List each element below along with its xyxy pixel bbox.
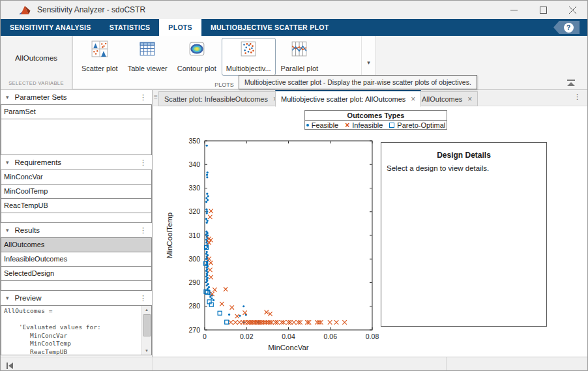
legend: Outcomes Types Feasible × Infeasible Par…	[304, 110, 447, 130]
selected-variable-label: SELECTED VARIABLE	[1, 80, 72, 86]
scatter-plot[interactable]: 00.020.040.060.0827028029030031032033034…	[159, 130, 384, 355]
chevron-down-icon[interactable]: ▾	[6, 295, 9, 301]
tab-bar-menu-icon[interactable]: ⋮	[574, 93, 581, 101]
doc-tab-scatter-infeasible[interactable]: Scatter plot: InfeasibleOutcomes ×	[158, 91, 284, 106]
pareto-marker-icon	[389, 123, 394, 128]
legend-entry-infeasible: × Infeasible	[345, 121, 383, 129]
table-viewer-button[interactable]: Table viewer	[123, 38, 172, 76]
svg-text:310: 310	[188, 231, 200, 239]
svg-text:0.08: 0.08	[366, 333, 379, 340]
preview-panel: AllOutcomes = 'Evaluated values for: Min…	[1, 305, 152, 355]
svg-text:0: 0	[203, 333, 207, 340]
scroll-up-icon[interactable]: ▲	[142, 308, 151, 312]
feasible-marker-icon	[306, 124, 309, 126]
chevron-down-icon: ▾	[367, 59, 370, 66]
collapse-toolstrip-button[interactable]	[566, 78, 576, 89]
svg-text:350: 350	[188, 137, 200, 145]
tab-multiobjective-scatter-plot[interactable]: MULTIOBJECTIVE SCATTER PLOT	[201, 19, 338, 36]
selected-variable-box: AllOutcomes SELECTED VARIABLE	[1, 36, 72, 89]
table-viewer-label: Table viewer	[128, 65, 168, 72]
tab-statistics[interactable]: STATISTICS	[100, 19, 160, 36]
ribbon-tab-bar: SENSITIVITY ANALYSIS STATISTICS PLOTS MU…	[1, 19, 587, 36]
list-item-selecteddesign[interactable]: SelectedDesign	[1, 267, 151, 281]
doc-tab-label: Multiobjective scatter plot: AllOutcomes	[281, 95, 405, 103]
tab-plots[interactable]: PLOTS	[159, 19, 201, 36]
list-item-alloutcomes[interactable]: AllOutcomes	[1, 238, 151, 252]
preview-text: AllOutcomes = 'Evaluated values for: Min…	[4, 307, 149, 355]
svg-text:340: 340	[188, 160, 200, 168]
section-header-results[interactable]: ▾ Results ⋮	[1, 223, 152, 237]
contour-plot-button[interactable]: Contour plot	[173, 38, 221, 76]
preview-scrollbar[interactable]: ▲ ▼	[141, 306, 151, 355]
legend-entry-pareto: Pareto-Optimal	[389, 121, 445, 129]
contour-plot-label: Contour plot	[177, 65, 216, 72]
parallel-plot-label: Parallel plot	[281, 65, 318, 72]
requirements-list: MinConcVar MinCoolTemp ReacTempUB	[1, 170, 152, 223]
svg-text:0.02: 0.02	[240, 333, 254, 340]
svg-text:320: 320	[188, 207, 200, 215]
svg-text:300: 300	[188, 255, 200, 263]
doc-tab-alloutcomes[interactable]: AllOutcomes ×	[416, 91, 478, 106]
status-divider	[446, 357, 447, 371]
scroll-down-icon[interactable]: ▼	[142, 349, 151, 353]
chevron-down-icon[interactable]: ▾	[6, 227, 9, 233]
maximize-button[interactable]	[529, 1, 558, 19]
section-menu-icon[interactable]: ⋮	[140, 158, 147, 167]
legend-title: Outcomes Types	[305, 111, 447, 121]
window-controls	[499, 1, 587, 19]
scatter-plot-button[interactable]: Scatter plot	[77, 38, 123, 76]
multiobjective-scatter-plot-button[interactable]: Multiobjectiv...	[222, 38, 276, 76]
app-window: Sensitivity Analyzer - sdoCSTR SENSITIVI…	[0, 0, 588, 371]
legend-label: Feasible	[312, 121, 339, 129]
multiobjective-scatter-plot-icon	[240, 40, 257, 60]
legend-entries: Feasible × Infeasible Pareto-Optimal	[305, 121, 447, 130]
close-tab-icon[interactable]: ×	[411, 95, 415, 104]
list-item-paramset[interactable]: ParamSet	[1, 105, 151, 119]
document-area: ≡ Scatter plot: InfeasibleOutcomes × Mul…	[153, 90, 588, 357]
help-icon: ?	[564, 23, 574, 33]
parallel-plot-icon	[291, 40, 308, 60]
section-header-requirements[interactable]: ▾ Requirements ⋮	[1, 155, 152, 170]
legend-entry-feasible: Feasible	[306, 121, 339, 129]
parallel-plot-button[interactable]: Parallel plot	[276, 38, 323, 76]
section-header-parameter-sets[interactable]: ▾ Parameter Sets ⋮	[1, 90, 152, 104]
svg-text:MinConcVar: MinConcVar	[268, 344, 309, 351]
section-menu-icon[interactable]: ⋮	[140, 226, 147, 235]
design-details-panel: Design Details Select a design to view d…	[381, 142, 547, 327]
document-tab-bar: ≡ Scatter plot: InfeasibleOutcomes × Mul…	[153, 90, 588, 106]
doc-tab-multiobjective-alloutcomes[interactable]: Multiobjective scatter plot: AllOutcomes…	[275, 90, 421, 107]
scatter-plot-icon	[91, 40, 108, 60]
list-item-minconcvar[interactable]: MinConcVar	[1, 170, 151, 185]
sidebar: ▾ Parameter Sets ⋮ ParamSet ▾ Requiremen…	[1, 90, 153, 357]
list-item-infeasibleoutcomes[interactable]: InfeasibleOutcomes	[1, 252, 151, 267]
chevron-down-icon[interactable]: ▾	[6, 94, 9, 100]
section-menu-icon[interactable]: ⋮	[140, 93, 147, 102]
close-tab-icon[interactable]: ×	[467, 95, 472, 104]
tab-sensitivity-analysis[interactable]: SENSITIVITY ANALYSIS	[1, 19, 100, 36]
section-header-preview[interactable]: ▾ Preview ⋮	[1, 291, 152, 305]
contour-plot-icon	[188, 40, 205, 60]
title-bar: Sensitivity Analyzer - sdoCSTR	[1, 1, 587, 19]
close-button[interactable]	[558, 1, 587, 19]
list-item-reactempub[interactable]: ReacTempUB	[1, 199, 151, 213]
design-details-message: Select a design to view details.	[387, 164, 541, 172]
scatter-plot-label: Scatter plot	[81, 65, 118, 72]
section-menu-icon[interactable]: ⋮	[140, 294, 147, 303]
chevron-down-icon[interactable]: ▾	[6, 159, 9, 166]
svg-text:270: 270	[188, 326, 200, 334]
selected-variable-value[interactable]: AllOutcomes	[1, 54, 72, 62]
tooltip: Multiobjective scatter plot - Display th…	[239, 75, 477, 89]
window-title: Sensitivity Analyzer - sdoCSTR	[37, 5, 145, 14]
matlab-logo-icon	[18, 5, 31, 15]
section-title: Requirements	[15, 158, 62, 166]
svg-text:290: 290	[188, 278, 200, 286]
scrollbar-thumb[interactable]	[143, 314, 151, 336]
svg-text:280: 280	[188, 302, 200, 310]
collapse-panel-button[interactable]	[6, 361, 14, 371]
legend-label: Infeasible	[352, 121, 383, 129]
svg-text:330: 330	[188, 184, 200, 192]
minimize-button[interactable]	[499, 1, 529, 19]
section-title: Results	[15, 226, 40, 234]
list-item-mincooltemp[interactable]: MinCoolTemp	[1, 185, 151, 199]
panel-grip-icon: ≡	[154, 93, 158, 100]
